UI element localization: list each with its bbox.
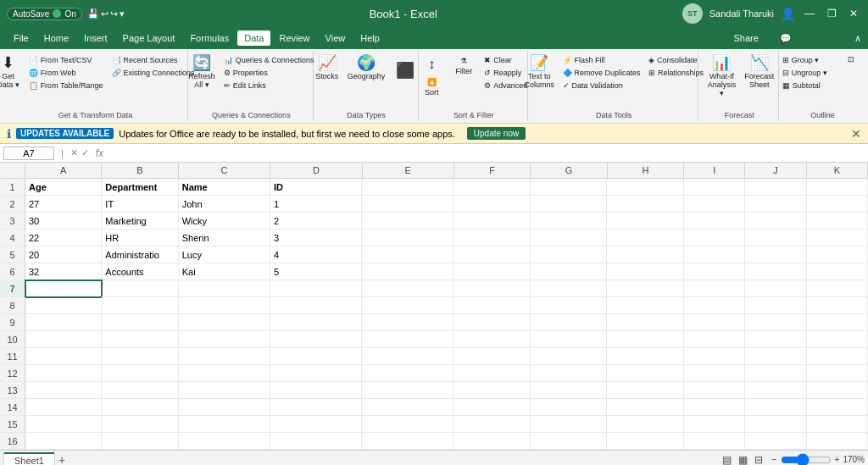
cell-d6[interactable]: 5 xyxy=(270,263,362,280)
close-button[interactable]: ✕ xyxy=(846,6,861,21)
row-num-5[interactable]: 5 xyxy=(0,246,25,263)
share-header-icon[interactable]: 👤 xyxy=(781,7,795,20)
row-num-9[interactable]: 9 xyxy=(0,314,25,331)
cell-a12[interactable] xyxy=(25,365,102,382)
cell-b7[interactable] xyxy=(102,280,178,297)
cell-k10[interactable] xyxy=(807,331,868,348)
col-header-e[interactable]: E xyxy=(363,163,454,178)
cell-f8[interactable] xyxy=(453,297,530,314)
cell-c16[interactable] xyxy=(179,433,270,450)
cell-j10[interactable] xyxy=(745,331,806,348)
cell-i14[interactable] xyxy=(684,399,745,416)
cell-a16[interactable] xyxy=(25,433,102,450)
cell-j8[interactable] xyxy=(745,297,806,314)
col-header-k[interactable]: K xyxy=(807,163,868,178)
cell-d5[interactable]: 4 xyxy=(270,246,362,263)
zoom-in-button[interactable]: + xyxy=(835,455,840,464)
cell-i12[interactable] xyxy=(684,365,745,382)
cell-a3[interactable]: 30 xyxy=(25,213,102,230)
cell-g14[interactable] xyxy=(531,399,607,416)
cell-k16[interactable] xyxy=(807,433,868,450)
cell-e6[interactable] xyxy=(362,263,453,280)
cell-d9[interactable] xyxy=(270,314,362,331)
col-header-j[interactable]: J xyxy=(745,163,806,178)
redo-icon[interactable]: ↪ xyxy=(110,8,118,19)
page-break-view-button[interactable]: ⊟ xyxy=(752,453,765,466)
row-num-8[interactable]: 8 xyxy=(0,297,25,314)
menu-file[interactable]: File xyxy=(7,30,36,46)
cell-c11[interactable] xyxy=(179,348,270,365)
cell-e8[interactable] xyxy=(362,297,453,314)
queries-connections-button[interactable]: 📊 Queries & Connections xyxy=(220,54,318,66)
subtotal-button[interactable]: ▦ Subtotal xyxy=(779,80,831,91)
cell-h4[interactable] xyxy=(607,230,683,246)
cell-g13[interactable] xyxy=(531,382,607,399)
cell-c8[interactable] xyxy=(179,297,270,314)
menu-formulas[interactable]: Formulas xyxy=(183,30,236,46)
cell-e1[interactable] xyxy=(362,179,453,196)
cell-e11[interactable] xyxy=(362,348,453,365)
cell-h14[interactable] xyxy=(607,399,683,416)
cell-d7[interactable] xyxy=(270,280,362,297)
cell-g16[interactable] xyxy=(531,433,607,450)
cell-f4[interactable] xyxy=(453,230,530,246)
cell-c6[interactable]: Kai xyxy=(179,263,270,280)
cell-a10[interactable] xyxy=(25,331,102,348)
cell-j11[interactable] xyxy=(745,348,806,365)
cell-d4[interactable]: 3 xyxy=(270,230,362,246)
cell-d8[interactable] xyxy=(270,297,362,314)
zoom-out-button[interactable]: − xyxy=(772,455,777,464)
enter-formula-icon[interactable]: ✓ xyxy=(81,147,89,158)
col-header-c[interactable]: C xyxy=(179,163,270,178)
cell-b5[interactable]: Administratio xyxy=(102,246,178,263)
cell-e7[interactable] xyxy=(362,280,453,297)
cell-c3[interactable]: Wicky xyxy=(179,213,270,230)
cell-k4[interactable] xyxy=(807,230,868,246)
cell-h3[interactable] xyxy=(607,213,683,230)
cell-reference-input[interactable] xyxy=(3,147,54,160)
cell-j1[interactable] xyxy=(745,179,806,196)
row-num-7[interactable]: 7 xyxy=(0,280,25,297)
cell-d2[interactable]: 1 xyxy=(270,196,362,213)
cell-g11[interactable] xyxy=(531,348,607,365)
cell-b11[interactable] xyxy=(102,348,178,365)
cell-d10[interactable] xyxy=(270,331,362,348)
group-button[interactable]: ⊞ Group ▾ xyxy=(779,54,831,66)
forecast-sheet-button[interactable]: 📉 ForecastSheet xyxy=(743,53,776,91)
cell-g7[interactable] xyxy=(531,280,607,297)
cell-i6[interactable] xyxy=(684,263,745,280)
cell-k1[interactable] xyxy=(807,179,868,196)
cell-f1[interactable] xyxy=(453,179,530,196)
menu-help[interactable]: Help xyxy=(353,30,387,46)
cell-g9[interactable] xyxy=(531,314,607,331)
cell-e2[interactable] xyxy=(362,196,453,213)
cell-b9[interactable] xyxy=(102,314,178,331)
ungroup-button[interactable]: ⊟ Ungroup ▾ xyxy=(779,67,831,79)
cell-h6[interactable] xyxy=(607,263,683,280)
cell-b16[interactable] xyxy=(102,433,178,450)
cell-b12[interactable] xyxy=(102,365,178,382)
cell-f12[interactable] xyxy=(453,365,530,382)
cell-c1[interactable]: Name xyxy=(179,179,270,196)
cell-f13[interactable] xyxy=(453,382,530,399)
cell-k15[interactable] xyxy=(807,416,868,433)
cell-d3[interactable]: 2 xyxy=(270,213,362,230)
cell-i3[interactable] xyxy=(684,213,745,230)
cell-a14[interactable] xyxy=(25,399,102,416)
notification-close-icon[interactable]: ✕ xyxy=(851,127,861,141)
row-num-13[interactable]: 13 xyxy=(0,382,25,399)
cell-k6[interactable] xyxy=(807,263,868,280)
cell-e4[interactable] xyxy=(362,230,453,246)
cell-h5[interactable] xyxy=(607,246,683,263)
get-data-button[interactable]: ⬇ GetData ▾ xyxy=(0,53,24,91)
cell-f10[interactable] xyxy=(453,331,530,348)
cell-g1[interactable] xyxy=(531,179,607,196)
col-header-a[interactable]: A xyxy=(25,163,102,178)
cell-g5[interactable] xyxy=(531,246,607,263)
cell-k5[interactable] xyxy=(807,246,868,263)
cell-c10[interactable] xyxy=(179,331,270,348)
data-validation-button[interactable]: ✓ Data Validation xyxy=(559,80,644,91)
cell-b14[interactable] xyxy=(102,399,178,416)
row-num-2[interactable]: 2 xyxy=(0,196,25,213)
cell-h10[interactable] xyxy=(607,331,683,348)
